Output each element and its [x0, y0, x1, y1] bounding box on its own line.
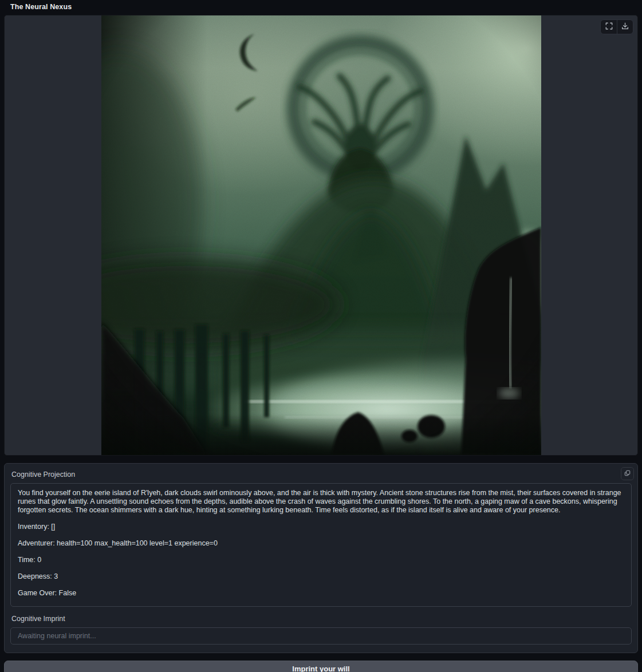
image-viewer: [4, 15, 638, 456]
game-form-panel: Cognitive Projection You find yourself o…: [4, 463, 638, 653]
deepness-status: Deepness: 3: [18, 572, 624, 581]
game-over-status: Game Over: False: [18, 589, 624, 598]
fullscreen-icon: [605, 22, 613, 32]
app-title: The Neural Nexus: [10, 3, 632, 11]
generated-scene-image: [101, 15, 541, 455]
image-toolbar: [600, 19, 633, 34]
app-header: The Neural Nexus: [0, 0, 642, 15]
projection-label: Cognitive Projection: [11, 471, 631, 479]
download-icon: [621, 22, 629, 32]
copy-icon: [624, 469, 631, 479]
vignette: [101, 15, 541, 455]
projection-output-textarea[interactable]: You find yourself on the eerie island of…: [10, 483, 632, 607]
copy-button[interactable]: [621, 467, 634, 480]
imprint-input[interactable]: [10, 627, 632, 645]
fullscreen-button[interactable]: [601, 20, 617, 34]
projection-story-text: You find yourself on the eerie island of…: [18, 489, 624, 515]
download-button[interactable]: [617, 20, 633, 34]
adventurer-status: Adventurer: health=100 max_health=100 le…: [18, 539, 624, 548]
time-status: Time: 0: [18, 556, 624, 564]
imprint-submit-button[interactable]: Imprint your will: [4, 661, 638, 672]
imprint-label: Cognitive Imprint: [11, 615, 631, 623]
inventory-status: Inventory: []: [18, 523, 624, 531]
